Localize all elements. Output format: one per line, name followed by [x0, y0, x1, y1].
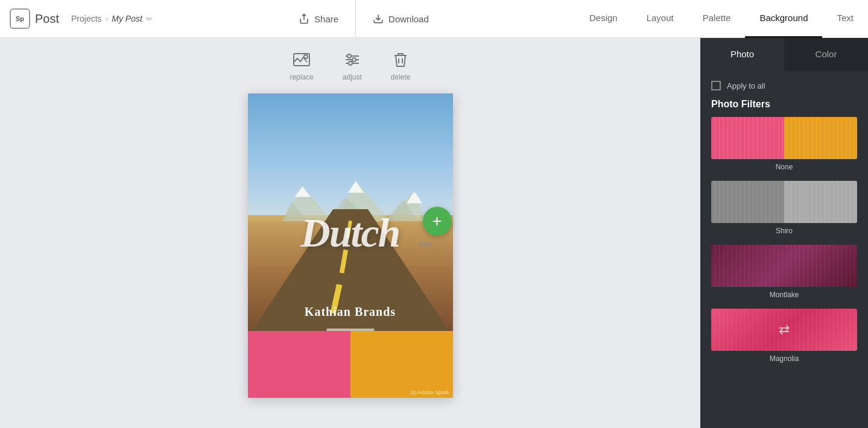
nav-text[interactable]: Text [822, 0, 868, 38]
canvas-toolbar: replace adjust [290, 50, 410, 81]
download-icon [373, 13, 384, 24]
download-label: Download [388, 14, 429, 24]
apply-to-all-label: Apply to all [727, 81, 765, 90]
filter-shiro-label: Shiro [711, 227, 857, 235]
filter-none[interactable]: None [711, 117, 857, 171]
filter-none-swatch [711, 117, 857, 159]
svg-point-3 [352, 58, 356, 61]
adjust-label: adjust [343, 73, 362, 81]
adjust-button[interactable]: adjust [343, 50, 362, 81]
replace-label: replace [290, 73, 313, 81]
filter-shiro-swatch [711, 181, 857, 223]
filters-list: None Shiro Montlake ⇄ Magnolia [700, 117, 868, 428]
filters-heading: Photo Filters [700, 96, 868, 117]
panel-tabs: Photo Color [700, 38, 868, 71]
breadcrumb: Projects › My Post ✏ [69, 14, 153, 24]
nav-layout[interactable]: Layout [632, 0, 688, 38]
breadcrumb-parent[interactable]: Projects [71, 14, 102, 24]
filter-magnolia-swatch: ⇄ [711, 309, 857, 351]
download-button[interactable]: Download [356, 0, 446, 38]
tab-photo[interactable]: Photo [700, 38, 784, 71]
add-label: Add [419, 240, 431, 248]
share-icon [299, 13, 309, 24]
app-name: Post [35, 12, 59, 26]
shuffle-icon: ⇄ [779, 322, 790, 338]
nav-palette[interactable]: Palette [688, 0, 746, 38]
delete-label: delete [391, 73, 411, 81]
header-center: Share Download [153, 0, 575, 38]
adjust-icon [343, 50, 362, 69]
header-nav: Design Layout Palette Background Text [575, 0, 868, 38]
apply-to-all-row: Apply to all [700, 71, 868, 96]
header: Sp Post Projects › My Post ✏ Share Downl… [0, 0, 868, 38]
tab-color[interactable]: Color [784, 38, 868, 71]
filter-montlake-swatch [711, 245, 857, 287]
apply-to-all-checkbox[interactable] [711, 81, 721, 90]
replace-icon [292, 50, 311, 69]
filter-none-label: None [711, 163, 857, 171]
color-strip [248, 331, 453, 398]
dutch-title: Dutch [301, 209, 400, 257]
delete-button[interactable]: delete [391, 50, 411, 81]
watermark: Sp Adobe Spark [410, 389, 449, 395]
share-label: Share [314, 14, 338, 24]
nav-background[interactable]: Background [745, 0, 822, 38]
logo-icon: Sp [10, 8, 30, 29]
logo-area: Sp Post [0, 8, 69, 29]
svg-point-1 [304, 55, 308, 58]
body: replace adjust [0, 38, 868, 428]
breadcrumb-separator: › [106, 14, 109, 24]
breadcrumb-current: My Post [112, 14, 142, 24]
add-button[interactable]: + [423, 207, 452, 236]
delete-icon [391, 50, 410, 69]
filter-montlake-label: Montlake [711, 291, 857, 299]
share-button[interactable]: Share [282, 0, 356, 38]
brands-text: Kathian Brands [305, 305, 396, 319]
canvas-area: replace adjust [0, 38, 700, 428]
strip-pink [248, 331, 350, 398]
edit-icon[interactable]: ✏ [146, 14, 153, 24]
replace-button[interactable]: replace [290, 50, 313, 81]
nav-design[interactable]: Design [575, 0, 632, 38]
right-panel: Photo Color Apply to all Photo Filters N… [700, 38, 868, 428]
svg-marker-7 [294, 186, 311, 197]
filter-shiro[interactable]: Shiro [711, 181, 857, 235]
filter-magnolia[interactable]: ⇄ Magnolia [711, 309, 857, 363]
svg-point-2 [347, 54, 351, 58]
svg-marker-8 [347, 181, 364, 192]
filter-montlake[interactable]: Montlake [711, 245, 857, 299]
svg-point-4 [349, 61, 352, 65]
strip-gold [350, 331, 453, 398]
filter-magnolia-label: Magnolia [711, 354, 857, 363]
